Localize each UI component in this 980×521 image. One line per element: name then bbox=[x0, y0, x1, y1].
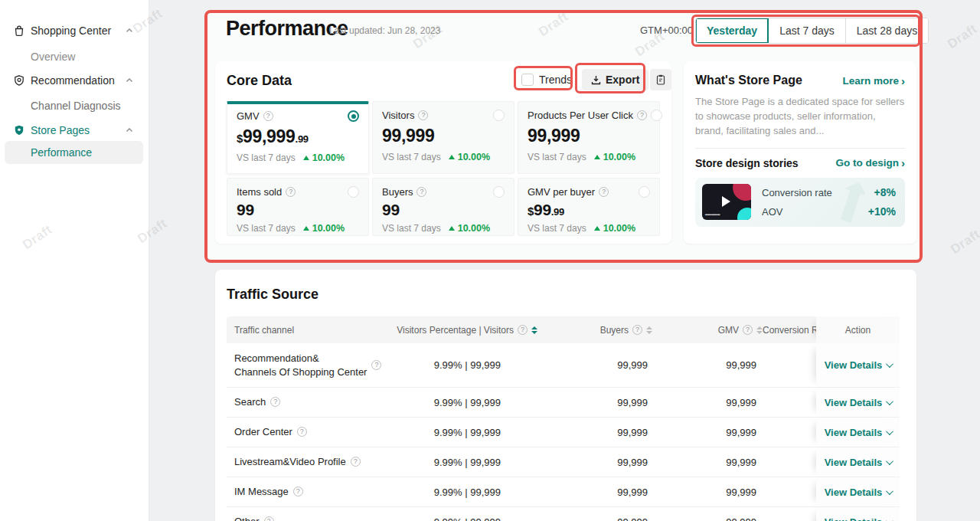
chevron-right-icon: › bbox=[901, 75, 905, 87]
sidebar-item-overview[interactable]: Overview bbox=[0, 48, 149, 66]
divider bbox=[695, 148, 905, 149]
radio-icon[interactable] bbox=[493, 186, 505, 198]
export-button[interactable]: Export bbox=[582, 69, 648, 90]
channel-label: Recommendation& Channels Of Shopping Cen… bbox=[234, 352, 367, 378]
help-icon[interactable]: ? bbox=[351, 457, 361, 467]
shopping-bag-icon bbox=[12, 24, 26, 38]
sidebar-label: Channel Diagnosis bbox=[31, 100, 121, 112]
help-icon[interactable]: ? bbox=[297, 427, 307, 437]
range-last-28-days-button[interactable]: Last 28 days bbox=[846, 18, 928, 43]
help-icon[interactable]: ? bbox=[632, 325, 642, 335]
metric-label: Visitors bbox=[382, 110, 414, 121]
help-icon[interactable]: ? bbox=[637, 110, 647, 120]
table-row: Other? 9.99% | 99,999 99,999 99,999 View… bbox=[227, 507, 900, 521]
view-details-button[interactable]: View Details bbox=[816, 343, 900, 387]
gmv-cell: 99,999 bbox=[652, 397, 763, 408]
radio-icon[interactable] bbox=[348, 186, 359, 198]
story-card[interactable]: ▂▂▂▂▂ Conversion rate +8% AOV +10% bbox=[695, 178, 905, 227]
trends-toggle[interactable]: Trends bbox=[521, 74, 572, 86]
view-details-button[interactable]: View Details bbox=[816, 388, 900, 417]
metric-card-products-per-user-click[interactable]: Products Per User Click ? 99,999 VS last… bbox=[518, 101, 660, 174]
trend-up-icon bbox=[594, 155, 600, 159]
view-details-button[interactable]: View Details bbox=[816, 447, 900, 477]
store-shield-icon bbox=[12, 123, 26, 137]
store-page-panel: What's Store Page Learn more› The Store … bbox=[684, 61, 916, 244]
gmv-cell: 99,999 bbox=[652, 359, 763, 371]
traffic-source-card: Traffic Source Traffic channel Visitors … bbox=[215, 270, 916, 521]
store-design-stories-title: Store design stories bbox=[695, 157, 799, 169]
column-header-visitors[interactable]: Visitors Percentage | Visitors ? bbox=[387, 325, 537, 336]
trends-label: Trends bbox=[539, 74, 572, 86]
buyers-cell: 99,999 bbox=[537, 359, 652, 371]
last-updated-text: Last updated: Jun 28, 2023 bbox=[329, 25, 440, 36]
buyers-cell: 99,999 bbox=[537, 397, 652, 408]
chevron-down-icon bbox=[886, 398, 893, 405]
metric-label: Items sold bbox=[237, 186, 282, 198]
help-icon[interactable]: ? bbox=[418, 110, 428, 120]
learn-more-link[interactable]: Learn more› bbox=[842, 75, 905, 87]
chevron-down-icon bbox=[886, 517, 893, 521]
visitors-cell: 9.99% | 99,999 bbox=[387, 487, 537, 498]
visitors-cell: 9.99% | 99,999 bbox=[387, 457, 537, 468]
trend-up-icon bbox=[303, 156, 309, 160]
metric-card-gmv[interactable]: GMV ? $99,999.99 VS last 7 days 10.00% bbox=[227, 101, 369, 174]
help-icon[interactable]: ? bbox=[293, 487, 303, 496]
radio-icon[interactable] bbox=[651, 110, 662, 121]
help-icon[interactable]: ? bbox=[263, 111, 273, 121]
help-icon[interactable]: ? bbox=[286, 187, 296, 197]
channel-label: Search bbox=[234, 395, 266, 409]
chevron-up-icon bbox=[125, 26, 134, 35]
trend-up-icon bbox=[303, 226, 309, 231]
metric-value: 99,999 bbox=[382, 126, 505, 146]
sort-icon[interactable] bbox=[531, 326, 537, 334]
column-header-gmv[interactable]: GMV ? bbox=[652, 325, 763, 336]
view-details-button[interactable]: View Details bbox=[816, 507, 900, 521]
metric-value: 99 bbox=[237, 201, 359, 219]
traffic-source-title: Traffic Source bbox=[227, 287, 318, 303]
sidebar-label: Shopping Center bbox=[31, 25, 111, 37]
metric-card-items-sold[interactable]: Items sold ? 99 VS last 7 days 10.00% bbox=[227, 178, 369, 236]
metric-compare: VS last 7 days 10.00% bbox=[528, 223, 650, 234]
column-header-buyers[interactable]: Buyers ? bbox=[537, 325, 652, 336]
store-panel-description: The Store Page is a dedicated space for … bbox=[695, 95, 905, 139]
sort-icon[interactable] bbox=[646, 326, 652, 334]
help-icon[interactable]: ? bbox=[371, 360, 381, 370]
view-details-button[interactable]: View Details bbox=[816, 477, 900, 506]
go-to-design-link[interactable]: Go to design› bbox=[836, 157, 906, 169]
stat-label: AOV bbox=[762, 206, 868, 218]
clipboard-button[interactable] bbox=[650, 69, 671, 90]
metric-card-buyers[interactable]: Buyers ? 99 VS last 7 days 10.00% bbox=[372, 178, 514, 236]
help-icon[interactable]: ? bbox=[416, 187, 426, 197]
range-yesterday-button[interactable]: Yesterday bbox=[696, 18, 769, 43]
metric-card-gmv-per-buyer[interactable]: GMV per buyer ? $99.99 VS last 7 days 10… bbox=[518, 178, 660, 236]
play-icon bbox=[722, 196, 730, 207]
trends-checkbox[interactable] bbox=[521, 74, 534, 86]
sidebar-item-performance[interactable]: Performance bbox=[5, 141, 143, 164]
help-icon[interactable]: ? bbox=[518, 325, 528, 335]
view-details-button[interactable]: View Details bbox=[816, 418, 900, 447]
radio-selected-icon[interactable] bbox=[348, 110, 359, 122]
stat-label: Conversion rate bbox=[762, 187, 868, 198]
help-icon[interactable]: ? bbox=[599, 187, 609, 197]
radio-icon[interactable] bbox=[639, 186, 650, 198]
sidebar-item-recommendation[interactable]: Recommendation bbox=[0, 71, 149, 90]
range-last-7-days-button[interactable]: Last 7 days bbox=[769, 18, 846, 43]
sort-icon[interactable] bbox=[756, 326, 763, 334]
radio-icon[interactable] bbox=[493, 110, 505, 121]
chevron-down-icon bbox=[886, 428, 893, 435]
visitors-cell: 9.99% | 99,999 bbox=[387, 359, 537, 371]
sidebar-item-shopping-center[interactable]: Shopping Center bbox=[0, 21, 149, 40]
sidebar-item-store-pages[interactable]: Store Pages bbox=[0, 121, 149, 139]
help-icon[interactable]: ? bbox=[270, 397, 280, 407]
metric-value: $99.99 bbox=[528, 201, 650, 219]
sidebar-label: Overview bbox=[31, 51, 75, 63]
help-icon[interactable]: ? bbox=[264, 516, 274, 521]
chevron-up-icon bbox=[125, 76, 134, 85]
help-icon[interactable]: ? bbox=[743, 325, 753, 335]
metric-card-visitors[interactable]: Visitors ? 99,999 VS last 7 days 10.00% bbox=[372, 101, 514, 174]
metric-compare: VS last 7 days 10.00% bbox=[528, 152, 650, 162]
table-header-row: Traffic channel Visitors Percentage | Vi… bbox=[227, 316, 900, 343]
video-thumbnail[interactable]: ▂▂▂▂▂ bbox=[702, 184, 751, 220]
metric-grid: GMV ? $99,999.99 VS last 7 days 10.00% V… bbox=[227, 101, 660, 236]
sidebar-item-channel-diagnosis[interactable]: Channel Diagnosis bbox=[0, 97, 149, 115]
